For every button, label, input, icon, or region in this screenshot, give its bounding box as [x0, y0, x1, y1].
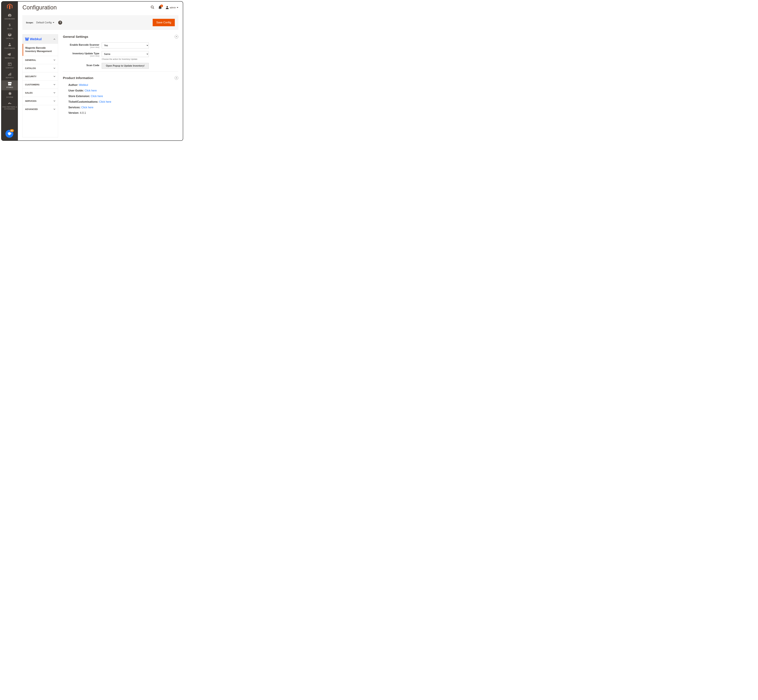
info-row-author: Author: Webkul [69, 82, 178, 88]
collapse-up-icon [175, 76, 178, 80]
layout-icon [8, 62, 12, 66]
nav-catalog[interactable]: CATALOG [2, 31, 18, 41]
chevron-down-icon [53, 75, 56, 78]
field-inventory-update-type: Inventory Update Type [store view] Same … [63, 51, 178, 60]
form-panel: General Settings Enable Barcode Scanner … [63, 34, 178, 138]
field-label: Inventory Update Type [72, 52, 99, 55]
info-row-ticket: Ticket/Customisations: Click here [69, 99, 178, 105]
nav-label: MARKETING [5, 57, 14, 59]
chevron-down-icon [53, 100, 56, 102]
megaphone-icon [8, 53, 12, 56]
section-general-settings[interactable]: General Settings [63, 34, 178, 41]
save-config-button[interactable]: Save Config [153, 19, 175, 26]
store-extension-link[interactable]: Click here [91, 95, 103, 98]
info-row-guide: User Guide: Click here [69, 88, 178, 94]
admin-username: admin [170, 6, 176, 9]
nav-partners[interactable]: FIND PARTNERS & EXTENSIONS [2, 100, 18, 112]
help-count-badge: 62 [10, 129, 14, 132]
inventory-update-type-select[interactable]: Same [102, 51, 149, 57]
scope-help-icon[interactable]: ? [58, 20, 62, 25]
info-row-services: Services: Click here [69, 105, 178, 110]
nav-label: CUSTOMERS [5, 47, 15, 49]
tab-services[interactable]: SERVICES [23, 97, 58, 105]
scope-value: Default Config [36, 21, 51, 24]
nav-label: SYSTEM [6, 96, 13, 98]
field-scope: [store view] [63, 55, 99, 57]
nav-label: SALES [7, 28, 12, 30]
app-window: DASHBOARD $ SALES CATALOG CUSTOMERS MARK… [1, 1, 183, 141]
version-value: 4.0.1 [80, 111, 86, 114]
tab-security[interactable]: SECURITY [23, 72, 58, 80]
main-panel: Configuration 1 admin Scope: Default [18, 2, 183, 141]
nav-label: FIND PARTNERS & EXTENSIONS [2, 106, 17, 110]
nav-marketing[interactable]: MARKETING [2, 51, 18, 61]
nav-label: REPORTS [6, 77, 14, 79]
chevron-down-icon [53, 92, 56, 94]
webkul-logo: Webkul [25, 37, 42, 41]
user-guide-link[interactable]: Click here [84, 89, 97, 92]
field-label: Enable Barcode Scanner [70, 44, 99, 46]
caret-down-icon [177, 7, 178, 8]
scope-select[interactable]: Default Config [36, 21, 54, 24]
caret-down-icon [53, 22, 54, 23]
info-row-store: Store Extension: Click here [69, 94, 178, 99]
chevron-down-icon [53, 67, 56, 69]
field-label: Scan Code [86, 64, 99, 67]
box-icon [8, 33, 12, 37]
chevron-down-icon [53, 84, 56, 86]
notif-count-badge: 1 [160, 5, 163, 7]
field-scope: [store view] [63, 46, 99, 48]
nav-label: CONTENT [6, 67, 14, 69]
collapse-up-icon [175, 35, 178, 39]
tab-sub-barcode-inventory[interactable]: Magento Barcode Inventory Management [23, 44, 58, 56]
notifications-icon[interactable]: 1 [158, 5, 162, 10]
gear-icon [8, 92, 12, 95]
nav-dashboard[interactable]: DASHBOARD [2, 12, 18, 22]
topbar: Configuration 1 admin [18, 2, 183, 12]
scope-label: Scope: [26, 21, 33, 24]
bar-chart-icon [8, 72, 12, 76]
field-scan-code: Scan Code Open Popup to Update Inventory… [63, 63, 178, 69]
tab-sales[interactable]: SALES [23, 89, 58, 97]
nav-sales[interactable]: $ SALES [2, 22, 18, 31]
tab-catalog[interactable]: CATALOG [23, 64, 58, 72]
search-icon[interactable] [151, 5, 154, 10]
admin-user-menu[interactable]: admin [166, 6, 178, 9]
tab-customers[interactable]: CUSTOMERS [23, 81, 58, 89]
field-hint: Choose the action for Inventory Update [102, 58, 149, 60]
nav-customers[interactable]: CUSTOMERS [2, 41, 18, 51]
admin-sidebar: DASHBOARD $ SALES CATALOG CUSTOMERS MARK… [2, 2, 18, 141]
gauge-icon [8, 13, 12, 17]
scope-bar: Scope: Default Config ? Save Config [22, 15, 178, 30]
storefront-icon [8, 82, 12, 86]
chevron-up-icon [53, 38, 56, 40]
nav-reports[interactable]: REPORTS [2, 71, 18, 81]
nav-stores[interactable]: STORES [2, 80, 18, 90]
tab-advanced[interactable]: ADVANCED [23, 105, 58, 113]
services-link[interactable]: Click here [81, 106, 94, 109]
magento-logo[interactable] [2, 2, 18, 12]
config-tabs: Webkul Magento Barcode Inventory Managem… [22, 34, 58, 138]
nav-content[interactable]: CONTENT [2, 61, 18, 71]
enable-barcode-select[interactable]: Yes [102, 42, 149, 48]
tab-general[interactable]: GENERAL [23, 56, 58, 64]
ticket-link[interactable]: Click here [99, 100, 111, 103]
svg-text:$: $ [9, 23, 11, 27]
nav-label: DASHBOARD [5, 18, 15, 20]
open-popup-button[interactable]: Open Popup to Update Inventory! [102, 63, 149, 69]
field-enable-barcode-scanner: Enable Barcode Scanner [store view] Yes [63, 42, 178, 48]
page-title: Configuration [22, 4, 151, 11]
author-link[interactable]: Webkul [79, 83, 88, 86]
info-row-version: Version: 4.0.1 [69, 110, 178, 116]
person-icon [8, 43, 12, 47]
dollar-icon: $ [8, 23, 12, 27]
nav-system[interactable]: SYSTEM [2, 90, 18, 100]
product-info-block: Author: Webkul User Guide: Click here St… [63, 82, 178, 116]
nav-label: STORES [6, 86, 13, 88]
blocks-icon [8, 102, 12, 105]
help-fab[interactable]: 62 [5, 130, 13, 138]
nav-label: CATALOG [6, 38, 14, 39]
chevron-down-icon [53, 108, 56, 110]
section-product-information[interactable]: Product Information [63, 75, 178, 82]
tab-vendor-webkul[interactable]: Webkul [23, 34, 58, 44]
